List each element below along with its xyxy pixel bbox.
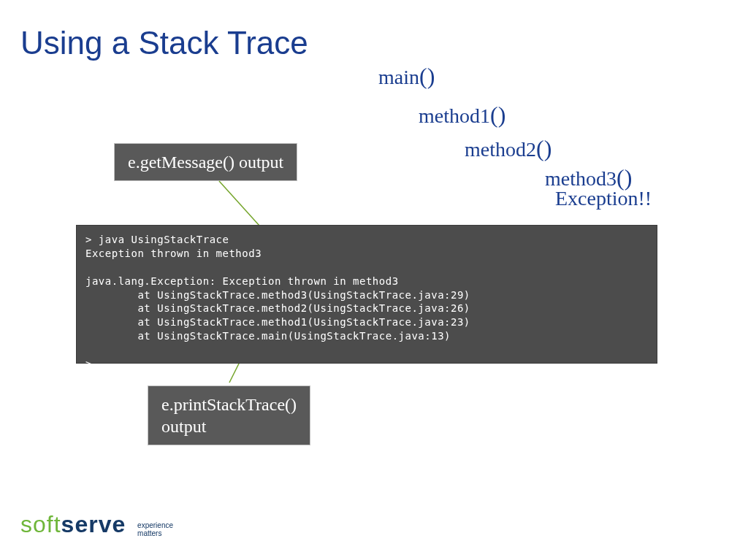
logo-tag-line1: experience <box>137 521 173 529</box>
softserve-logo: softserve experience matters <box>20 511 173 538</box>
callstack-main: main() <box>378 63 435 90</box>
paren-icon: () <box>490 101 505 128</box>
printstack-line1: e.printStackTrace() <box>161 395 297 414</box>
callstack-name: method2 <box>465 138 536 161</box>
printstack-line2: output <box>161 417 206 436</box>
console-line: at UsingStackTrace.method2(UsingStackTra… <box>85 302 470 314</box>
callstack-method2: method2() <box>465 135 552 162</box>
console-line: > java UsingStackTrace <box>85 234 229 245</box>
console-output: > java UsingStackTrace Exception thrown … <box>76 225 657 364</box>
printstack-label-box: e.printStackTrace() output <box>148 386 310 445</box>
console-line: Exception thrown in method3 <box>85 248 262 259</box>
slide-title: Using a Stack Trace <box>20 25 308 61</box>
logo-tag-line2: matters <box>137 529 161 537</box>
console-line: java.lang.Exception: Exception thrown in… <box>85 275 399 287</box>
logo-tagline: experience matters <box>137 521 173 537</box>
callstack-method1: method1() <box>419 101 505 129</box>
logo-soft: soft <box>20 511 61 537</box>
console-line: at UsingStackTrace.main(UsingStackTrace.… <box>85 330 451 342</box>
getmessage-text: e.getMessage() output <box>128 153 283 172</box>
exception-label: Exception!! <box>555 187 652 210</box>
paren-icon: () <box>419 63 435 89</box>
logo-serve: serve <box>61 511 126 537</box>
callstack-name: method1 <box>419 104 490 127</box>
callstack-name: main <box>378 66 419 88</box>
getmessage-label-box: e.getMessage() output <box>114 143 297 181</box>
console-line: > <box>85 358 92 369</box>
console-line: at UsingStackTrace.method1(UsingStackTra… <box>85 316 470 328</box>
console-line: at UsingStackTrace.method3(UsingStackTra… <box>85 289 470 301</box>
paren-icon: () <box>536 135 552 161</box>
